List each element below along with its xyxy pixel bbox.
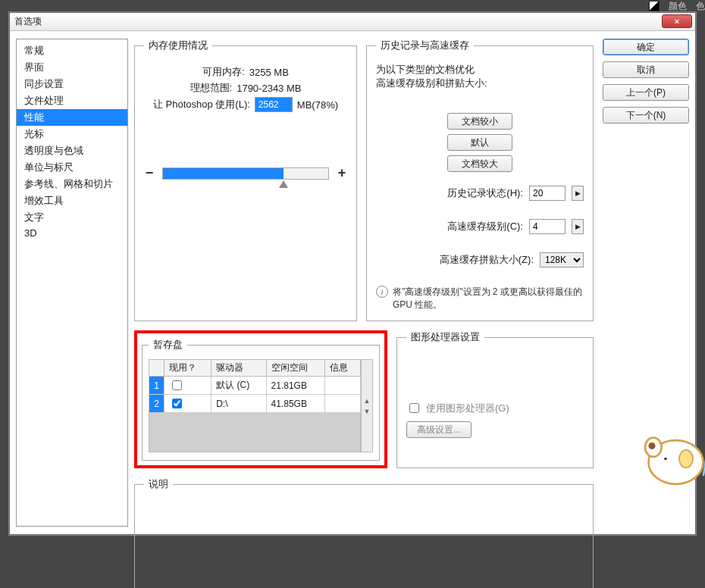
- menubar-swatches[interactable]: 色: [696, 0, 705, 13]
- row-active-checkbox[interactable]: [172, 399, 182, 408]
- category-sidebar: 常规 界面 同步设置 文件处理 性能 光标 透明度与色域 单位与标尺 参考线、网…: [16, 39, 128, 527]
- sidebar-item-plugins[interactable]: 增效工具: [17, 192, 127, 209]
- cache-levels-input[interactable]: [529, 219, 566, 234]
- col-idx: [149, 360, 164, 377]
- let-ps-use-input[interactable]: [255, 97, 293, 112]
- sidebar-item-3d[interactable]: 3D: [17, 226, 127, 240]
- scratch-disks-table: 现用？ 驱动器 空闲空间 信息 1: [149, 359, 361, 452]
- row-active-checkbox[interactable]: [172, 380, 182, 390]
- use-gpu-label: 使用图形处理器(G): [426, 402, 509, 415]
- docs-large-button[interactable]: 文档较大: [447, 155, 512, 172]
- sidebar-item-file-handling[interactable]: 文件处理: [17, 92, 127, 109]
- row-info: [325, 395, 361, 413]
- gpu-settings-legend: 图形处理器设置: [406, 330, 484, 344]
- close-icon: ×: [675, 17, 679, 26]
- menubar-colors[interactable]: 颜色: [669, 0, 687, 13]
- row-info: [325, 377, 361, 395]
- sidebar-item-general[interactable]: 常规: [17, 42, 127, 59]
- close-button[interactable]: ×: [662, 14, 692, 28]
- scratch-disks-legend: 暂存盘: [149, 338, 187, 352]
- scratch-reorder: ▲ ▼: [361, 359, 373, 452]
- history-states-spinner[interactable]: ▶: [572, 186, 584, 201]
- docs-default-button[interactable]: 默认: [447, 134, 512, 151]
- info-icon: i: [376, 286, 388, 298]
- cache-tile-select[interactable]: 128K: [540, 252, 584, 267]
- row-drive: 默认 (C): [212, 377, 266, 395]
- prev-button[interactable]: 上一个(P): [603, 84, 689, 101]
- memory-slider-minus[interactable]: −: [144, 165, 155, 181]
- col-free[interactable]: 空闲空间: [266, 360, 324, 377]
- row-drive: D:\: [212, 395, 266, 413]
- move-up-icon[interactable]: ▲: [364, 397, 371, 405]
- gpu-hint-text: 将"高速缓存级别"设置为 2 或更高以获得最佳的 GPU 性能。: [393, 286, 584, 311]
- ok-button[interactable]: 确定: [603, 39, 689, 55]
- row-free: 41.85GB: [266, 395, 324, 413]
- sidebar-item-performance[interactable]: 性能: [17, 109, 127, 126]
- memory-slider[interactable]: [162, 167, 329, 180]
- row-free: 21.81GB: [266, 377, 324, 395]
- scratch-disks-highlight: 暂存盘 现用？ 驱动器 空闲空间: [134, 330, 387, 468]
- description-group: 说明: [134, 477, 594, 588]
- ideal-range-label: 理想范围:: [190, 81, 233, 95]
- table-row[interactable]: 1 默认 (C) 21.81GB: [149, 377, 361, 395]
- app-menubar: 颜色 色: [649, 0, 705, 12]
- titlebar: 首选项 ×: [10, 13, 695, 31]
- row-index: 2: [149, 395, 164, 413]
- sidebar-item-type[interactable]: 文字: [17, 209, 127, 226]
- cache-levels-spinner[interactable]: ▶: [572, 219, 584, 234]
- ideal-range-value: 1790-2343 MB: [237, 83, 301, 94]
- row-index: 1: [149, 377, 164, 395]
- use-gpu-checkbox[interactable]: [409, 403, 419, 413]
- sidebar-item-interface[interactable]: 界面: [17, 59, 127, 76]
- color-swatch-icon: [649, 1, 660, 11]
- memory-usage-group: 内存使用情况 可用内存: 3255 MB 理想范围: 1790-2343 MB …: [134, 39, 357, 321]
- optimize-desc-2: 高速缓存级别和拼贴大小:: [376, 77, 584, 90]
- sidebar-item-units-rulers[interactable]: 单位与标尺: [17, 159, 127, 176]
- optimize-desc-1: 为以下类型的文档优化: [376, 63, 584, 77]
- cache-levels-label: 高速缓存级别(C):: [447, 220, 523, 233]
- sidebar-item-sync-settings[interactable]: 同步设置: [17, 76, 127, 92]
- scratch-disks-group: 暂存盘 现用？ 驱动器 空闲空间: [142, 338, 380, 461]
- gpu-settings-group: 图形处理器设置 使用图形处理器(G) 高级设置...: [396, 330, 594, 468]
- available-ram-label: 可用内存:: [202, 65, 245, 79]
- sidebar-item-transparency-gamut[interactable]: 透明度与色域: [17, 142, 127, 159]
- cancel-button[interactable]: 取消: [603, 61, 689, 78]
- history-states-input[interactable]: [529, 186, 566, 201]
- available-ram-value: 3255 MB: [249, 67, 289, 78]
- sidebar-item-guides-grid-slices[interactable]: 参考线、网格和切片: [17, 176, 127, 192]
- memory-slider-thumb-icon[interactable]: [279, 180, 288, 188]
- preferences-dialog: 首选项 × 常规 界面 同步设置 文件处理 性能 光标 透明度与色域 单位与标尺…: [9, 12, 696, 535]
- description-legend: 说明: [144, 477, 173, 491]
- table-row[interactable]: 2 D:\ 41.85GB: [149, 395, 361, 413]
- next-button[interactable]: 下一个(N): [603, 107, 689, 124]
- dialog-title: 首选项: [14, 15, 42, 28]
- col-active[interactable]: 现用？: [164, 360, 212, 377]
- gpu-advanced-button[interactable]: 高级设置...: [406, 421, 472, 438]
- memory-slider-fill: [163, 168, 284, 179]
- let-ps-use-unit: MB(78%): [297, 99, 338, 111]
- memory-slider-plus[interactable]: +: [337, 165, 347, 181]
- let-ps-use-label: 让 Photoshop 使用(L):: [153, 98, 250, 111]
- history-states-label: 历史记录状态(H):: [447, 186, 523, 200]
- table-empty-area: [149, 413, 361, 452]
- history-cache-group: 历史记录与高速缓存 为以下类型的文档优化 高速缓存级别和拼贴大小: 文档较小 默…: [366, 39, 594, 321]
- col-info[interactable]: 信息: [325, 360, 361, 377]
- history-cache-legend: 历史记录与高速缓存: [376, 39, 474, 52]
- col-drive[interactable]: 驱动器: [212, 360, 266, 377]
- cache-tile-label: 高速缓存拼贴大小(Z):: [440, 253, 534, 267]
- sidebar-item-cursors[interactable]: 光标: [17, 126, 127, 142]
- move-down-icon[interactable]: ▼: [364, 408, 371, 415]
- docs-small-button[interactable]: 文档较小: [447, 113, 512, 130]
- memory-usage-legend: 内存使用情况: [144, 39, 212, 52]
